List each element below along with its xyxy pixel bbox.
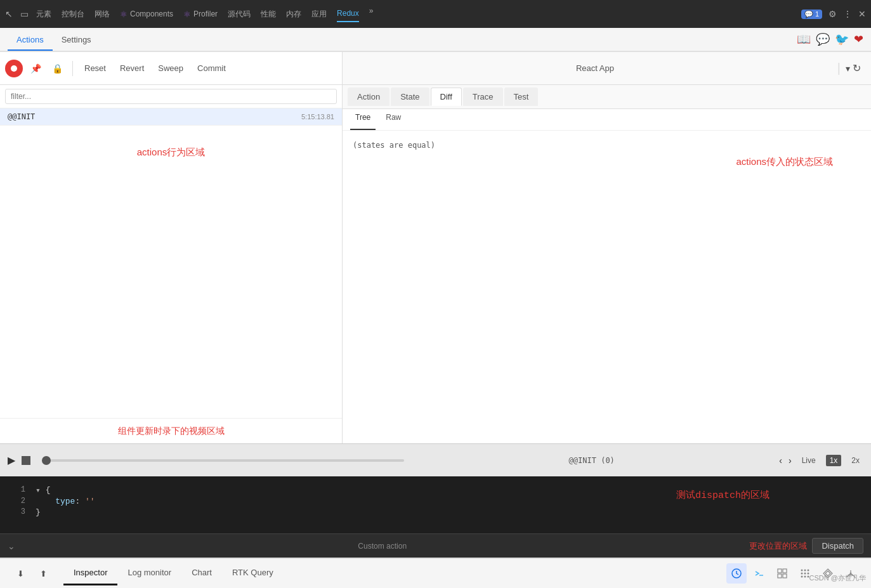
tab-sources[interactable]: 源代码: [228, 6, 251, 22]
clock-icon-btn[interactable]: [726, 563, 747, 584]
clock-icon: [731, 568, 742, 579]
code-editor[interactable]: 1 ▾ { 2 type : '' 3 } 测试dispatch的区域: [0, 476, 871, 533]
tab-trace[interactable]: Trace: [463, 88, 503, 106]
bottom-tab-logmonitor[interactable]: Log monitor: [117, 561, 181, 585]
record-dot: [11, 65, 17, 72]
code-type-key: type: [36, 497, 75, 506]
timeline-2x-btn[interactable]: 2x: [848, 455, 863, 466]
line-num-1: 1: [10, 485, 25, 495]
tab-components[interactable]: ⚛ Components: [120, 6, 173, 22]
tab-actions[interactable]: Actions: [8, 30, 53, 51]
filter-input[interactable]: [5, 89, 337, 104]
sub-tab-raw[interactable]: Raw: [381, 109, 406, 130]
timeline-next-btn[interactable]: ›: [789, 455, 792, 466]
download-icon-btn[interactable]: ⬇: [10, 563, 30, 584]
book-icon[interactable]: 📖: [797, 32, 811, 46]
chat2-icon[interactable]: 💬: [816, 32, 830, 46]
svg-point-12: [801, 576, 803, 578]
lock-button[interactable]: 🔒: [48, 60, 66, 77]
timeline-live-btn[interactable]: Live: [798, 455, 820, 466]
dispatch-button[interactable]: Dispatch: [812, 538, 863, 554]
timeline-track[interactable]: [42, 459, 404, 462]
pin-button[interactable]: 📌: [27, 60, 44, 77]
reset-button[interactable]: Reset: [79, 61, 111, 75]
svg-rect-3: [783, 569, 787, 573]
bottom-tab-inspector[interactable]: Inspector: [63, 561, 117, 585]
redux-tabs-row: Actions Settings 📖 💬 🐦 ❤: [0, 28, 871, 52]
svg-point-10: [804, 573, 806, 575]
timeline-1x-btn[interactable]: 1x: [826, 455, 842, 466]
action-item-init[interactable]: @@INIT 5:15:13.81: [0, 108, 342, 126]
video-area: 组件更新时录下的视频区域: [0, 418, 342, 443]
dropdown-arrow-btn[interactable]: ▾: [846, 63, 850, 74]
more-icon[interactable]: ⋮: [843, 9, 852, 19]
revert-button[interactable]: Revert: [115, 61, 149, 75]
svg-point-7: [804, 570, 806, 572]
right-panel: React App | ▾ ↻ Action State Diff Trace …: [343, 52, 871, 443]
browser-toolbar: ↖ ▭ 元素 控制台 网络 ⚛ Components ⚛ Profiler 源代…: [0, 0, 871, 28]
tab-network[interactable]: 网络: [95, 6, 110, 22]
app-name: React App: [353, 63, 837, 73]
commit-button[interactable]: Commit: [192, 61, 231, 75]
tab-application[interactable]: 应用: [311, 6, 327, 22]
video-area-annotation: 组件更新时录下的视频区域: [118, 426, 225, 437]
tab-test[interactable]: Test: [504, 88, 539, 106]
tab-settings[interactable]: Settings: [53, 30, 100, 49]
code-line-1: 1 ▾ {: [10, 485, 861, 495]
svg-rect-5: [783, 574, 787, 578]
separator-line: |: [837, 61, 841, 75]
devtools-tabs: 元素 控制台 网络 ⚛ Components ⚛ Profiler 源代码 性能…: [36, 6, 794, 22]
tab-elements[interactable]: 元素: [36, 6, 51, 22]
position-area-annotation: 更改位置的区域: [749, 540, 807, 552]
device-icon[interactable]: ▭: [20, 9, 29, 19]
refresh-button[interactable]: ↻: [853, 62, 861, 74]
heart-icon[interactable]: ❤: [854, 32, 863, 46]
right-header: React App | ▾ ↻: [343, 52, 871, 85]
bottom-tab-rtkquery[interactable]: RTK Query: [222, 561, 284, 585]
fold-arrow-1[interactable]: ▾: [36, 485, 41, 495]
dispatch-section: 1 ▾ { 2 type : '' 3 } 测试dispatch的区域: [0, 476, 871, 558]
tab-profiler[interactable]: ⚛ Profiler: [183, 6, 218, 22]
settings-icon[interactable]: ⚙: [828, 9, 837, 19]
code-colon: :: [75, 497, 85, 506]
bottom-tab-chart[interactable]: Chart: [181, 561, 222, 585]
sub-tab-tree[interactable]: Tree: [350, 109, 376, 130]
pointer-icon[interactable]: ↖: [5, 9, 13, 19]
toolbar-divider-1: [72, 61, 73, 76]
timeline-prev-btn[interactable]: ‹: [779, 455, 782, 466]
sub-tabs: Tree Raw: [343, 109, 871, 131]
close-brace: }: [36, 507, 41, 517]
redux-main: 📌 🔒 Reset Revert Sweep Commit @@INIT: [0, 52, 871, 588]
right-content: (states are equal) actions传入的状态区域: [343, 131, 871, 443]
record-button[interactable]: [5, 60, 23, 77]
filter-bar: [0, 85, 342, 108]
tab-console[interactable]: 控制台: [62, 6, 84, 22]
tab-redux[interactable]: Redux: [337, 6, 359, 22]
overflow-tabs-icon[interactable]: »: [369, 6, 374, 22]
tab-diff[interactable]: Diff: [431, 88, 462, 106]
twitter-icon[interactable]: 🐦: [835, 32, 849, 46]
actions-area-annotation: actions行为区域: [137, 147, 206, 159]
timeline-thumb[interactable]: [22, 456, 30, 465]
svg-point-13: [804, 576, 806, 578]
close-icon[interactable]: ✕: [858, 9, 866, 19]
sweep-button[interactable]: Sweep: [153, 61, 188, 75]
profiler-icon: ⚛: [183, 10, 191, 19]
timeline-handle[interactable]: [42, 456, 51, 465]
upload-icon-btn[interactable]: ⬆: [33, 563, 53, 584]
grid-icon-btn[interactable]: [772, 563, 792, 584]
svg-point-6: [801, 570, 803, 572]
left-panel: 📌 🔒 Reset Revert Sweep Commit @@INIT: [0, 52, 343, 443]
expand-button[interactable]: ⌄: [8, 541, 15, 551]
watermark: CSDN @亦世凡华: [809, 573, 866, 583]
bottom-tabbar: ⬇ ⬆ Inspector Log monitor Chart RTK Quer…: [0, 558, 871, 588]
tab-performance[interactable]: 性能: [261, 6, 276, 22]
svg-point-9: [801, 573, 803, 575]
tab-action[interactable]: Action: [348, 88, 390, 106]
play-button[interactable]: ▶: [8, 454, 15, 466]
actions-list: @@INIT 5:15:13.81 actions行为区域: [0, 108, 342, 418]
line-num-3: 3: [10, 507, 25, 517]
tab-memory[interactable]: 内存: [286, 6, 301, 22]
tab-state[interactable]: State: [391, 88, 429, 106]
terminal-icon-btn[interactable]: [749, 563, 769, 584]
